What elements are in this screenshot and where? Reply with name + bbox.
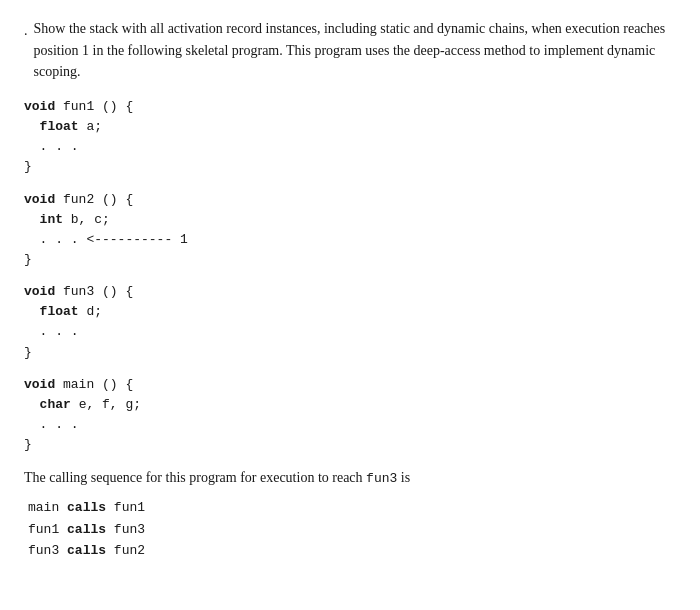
intro-text: Show the stack with all activation recor… (34, 18, 677, 83)
fun3-void-kw: void (24, 284, 55, 299)
main-block: void main () { char e, f, g; . . . } (24, 375, 676, 456)
fun3-float-kw: float (40, 304, 79, 319)
fun2-block: void fun2 () { int b, c; . . . <--------… (24, 190, 676, 271)
fun1-block: void fun1 () { float a; . . . } (24, 97, 676, 178)
fun1-void-kw: void (24, 99, 55, 114)
call-list: main calls fun1 fun1 calls fun3 fun3 cal… (28, 497, 676, 561)
bullet-dot: . (24, 20, 28, 42)
fun2-void-kw: void (24, 192, 55, 207)
calling-seq-suffix: is (397, 470, 410, 485)
call-keyword-0: calls (67, 500, 114, 515)
call-from-0: main (28, 500, 59, 515)
fun3-block: void fun3 () { float d; . . . } (24, 282, 676, 363)
calling-seq-text: The calling sequence for this program fo… (24, 467, 676, 489)
call-from-2: fun3 (28, 543, 59, 558)
intro-paragraph: . Show the stack with all activation rec… (24, 18, 676, 83)
main-char-kw: char (40, 397, 71, 412)
calling-seq-target: fun3 (366, 471, 397, 486)
call-to-0: fun1 (114, 500, 145, 515)
call-from-1: fun1 (28, 522, 59, 537)
fun2-int-kw: int (40, 212, 63, 227)
call-row-0: main calls fun1 (28, 497, 676, 518)
call-keyword-1: calls (67, 522, 114, 537)
call-keyword-2: calls (67, 543, 114, 558)
call-row-2: fun3 calls fun2 (28, 540, 676, 561)
fun1-float-kw: float (40, 119, 79, 134)
call-to-1: fun3 (114, 522, 145, 537)
call-row-1: fun1 calls fun3 (28, 519, 676, 540)
call-to-2: fun2 (114, 543, 145, 558)
main-void-kw: void (24, 377, 55, 392)
calling-seq-label: The calling sequence for this program fo… (24, 470, 366, 485)
